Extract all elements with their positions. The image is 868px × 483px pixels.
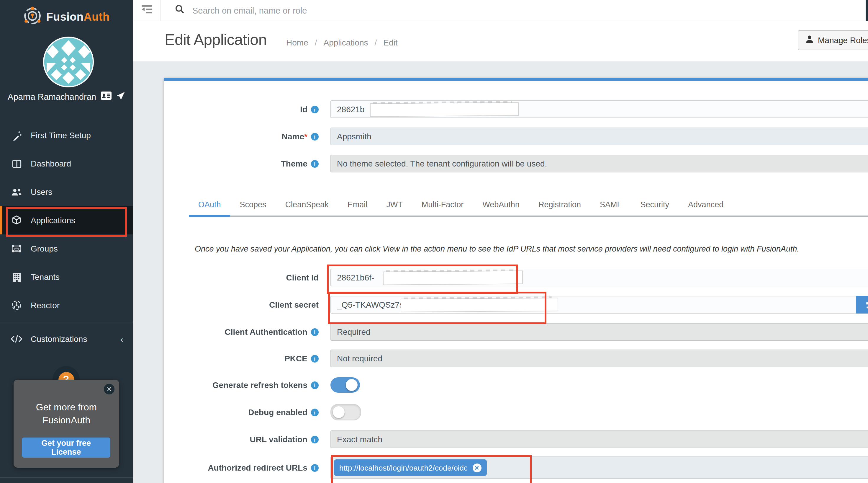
get-free-license-button[interactable]: Get your free License xyxy=(22,437,110,458)
tab-bar: OAuthScopesCleanSpeakEmailJWTMulti-Facto… xyxy=(164,198,868,217)
sidebar-item-applications[interactable]: Applications xyxy=(0,206,133,234)
sidebar-item-customizations[interactable]: Customizations‹ xyxy=(0,325,133,353)
menu-divider xyxy=(0,322,133,322)
field-row-authorized-redirect-urls: Authorized redirect URLsi http://localho… xyxy=(164,456,868,479)
collapse-menu-icon[interactable] xyxy=(141,5,151,16)
redaction-overlay xyxy=(370,102,519,117)
promo-close-icon[interactable]: ✕ xyxy=(104,384,115,394)
applications-cube-icon xyxy=(11,214,23,226)
global-search xyxy=(160,0,868,21)
field-row-id: Idi 28621b xyxy=(164,101,868,118)
page-title: Edit Application xyxy=(165,31,267,49)
info-icon[interactable]: i xyxy=(311,354,319,362)
info-icon[interactable]: i xyxy=(311,160,319,167)
info-icon[interactable]: i xyxy=(311,133,319,140)
theme-select[interactable]: No theme selected. The tenant configurat… xyxy=(331,155,868,172)
sidebar-item-label: First Time Setup xyxy=(31,131,91,140)
field-row-client-id: Client Id 28621b6f- xyxy=(164,269,868,286)
topbar-right-sliver xyxy=(866,0,868,22)
info-icon[interactable]: i xyxy=(311,105,319,113)
url-validation-select[interactable]: Exact match xyxy=(331,430,868,448)
client-secret-input[interactable]: _Q5-TKAWQSz7s xyxy=(331,296,868,314)
avatar xyxy=(43,37,94,87)
sidebar-item-dashboard[interactable]: Dashboard xyxy=(0,149,133,178)
pkce-label: PKCEi xyxy=(164,354,319,363)
sidebar-item-tenants[interactable]: Tenants xyxy=(0,263,133,291)
pkce-select[interactable]: Not required xyxy=(331,349,868,367)
sidebar-item-label: Tenants xyxy=(31,272,60,282)
person-icon xyxy=(806,35,813,45)
generate-refresh-tokens-toggle[interactable] xyxy=(331,377,360,393)
field-row-theme: Themei No theme selected. The tenant con… xyxy=(164,155,868,172)
url-validation-label: URL validationi xyxy=(164,434,319,444)
debug-enabled-toggle[interactable] xyxy=(331,404,361,420)
sidebar-item-users[interactable]: Users xyxy=(0,178,133,206)
search-input[interactable] xyxy=(191,5,571,16)
tab-registration[interactable]: Registration xyxy=(529,200,590,217)
sidebar-item-groups[interactable]: Groups xyxy=(0,234,133,263)
info-icon[interactable]: i xyxy=(311,435,319,443)
field-row-generate-refresh-tokens: Generate refresh tokensi xyxy=(164,376,868,394)
brand-text: FusionAuth xyxy=(46,11,110,24)
id-input[interactable]: 28621b xyxy=(331,101,868,118)
info-icon[interactable]: i xyxy=(311,464,319,472)
application-form-card: Idi 28621b Name* i Appsmith Themei No th… xyxy=(164,78,868,483)
sidebar-item-first-time-setup[interactable]: First Time Setup xyxy=(0,121,133,149)
sidebar-item-label: Groups xyxy=(31,244,58,253)
regenerate-client-secret-button[interactable] xyxy=(856,296,868,314)
tenants-building-icon xyxy=(11,271,23,283)
tab-email[interactable]: Email xyxy=(338,200,377,217)
authorized-redirect-urls-label: Authorized redirect URLsi xyxy=(164,463,319,472)
redirect-url-tag[interactable]: http://localhost/login/oauth2/code/oidc … xyxy=(334,459,487,476)
tab-multi-factor[interactable]: Multi-Factor xyxy=(412,200,473,217)
code-icon xyxy=(11,333,23,345)
breadcrumb-separator: / xyxy=(315,38,317,47)
groups-icon xyxy=(11,243,23,255)
tab-scopes[interactable]: Scopes xyxy=(230,200,276,217)
promo-title: Get more from FusionAuth xyxy=(13,401,119,427)
info-icon[interactable]: i xyxy=(311,328,319,336)
tab-advanced[interactable]: Advanced xyxy=(679,200,733,217)
redaction-overlay xyxy=(383,270,523,285)
field-row-client-authentication: Client Authenticationi Required xyxy=(164,323,868,341)
tab-jwt[interactable]: JWT xyxy=(377,200,412,217)
reactor-icon xyxy=(11,300,23,311)
client-authentication-select[interactable]: Required xyxy=(331,323,868,341)
name-input[interactable]: Appsmith xyxy=(331,127,868,145)
client-id-input[interactable]: 28621b6f- xyxy=(331,269,868,286)
info-icon[interactable]: i xyxy=(311,381,319,389)
page-header: Edit Application Home/Applications/Edit … xyxy=(133,21,868,61)
sidebar-item-label: Dashboard xyxy=(31,159,71,168)
id-card-icon[interactable] xyxy=(101,91,112,102)
sidebar-bottom-divider xyxy=(0,477,133,478)
search-icon xyxy=(175,5,184,16)
remove-tag-icon[interactable]: ✕ xyxy=(472,463,481,472)
login-locator-icon[interactable] xyxy=(116,91,125,103)
tab-oauth[interactable]: OAuth xyxy=(189,200,230,217)
generate-refresh-tokens-label: Generate refresh tokensi xyxy=(164,380,319,390)
sidebar-item-label: Reactor xyxy=(31,301,60,310)
field-row-client-secret: Client secret _Q5-TKAWQSz7s xyxy=(164,296,868,314)
id-label: Idi xyxy=(164,105,319,114)
breadcrumb-applications[interactable]: Applications xyxy=(324,38,368,47)
fusionauth-logo-icon xyxy=(23,6,42,28)
dashboard-icon xyxy=(11,158,23,169)
tab-saml[interactable]: SAML xyxy=(590,200,631,217)
users-icon xyxy=(11,186,23,198)
chevron-collapse-icon[interactable]: ‹ xyxy=(120,334,123,344)
info-icon[interactable]: i xyxy=(311,408,319,416)
breadcrumb-home[interactable]: Home xyxy=(286,38,308,47)
breadcrumb-separator: / xyxy=(375,38,377,47)
sidebar-collapse-column xyxy=(133,0,160,21)
tab-cleanspeak[interactable]: CleanSpeak xyxy=(276,200,338,217)
manage-roles-button[interactable]: Manage Roles xyxy=(798,30,868,50)
tab-security[interactable]: Security xyxy=(631,200,679,217)
sidebar-menu: First Time SetupDashboardUsersApplicatio… xyxy=(0,121,133,353)
tab-webauthn[interactable]: WebAuthn xyxy=(473,200,529,217)
field-row-debug-enabled: Debug enabledi xyxy=(164,403,868,421)
theme-label: Themei xyxy=(164,159,319,168)
sidebar-item-label: Customizations xyxy=(31,334,87,344)
fusionauth-logo[interactable]: FusionAuth xyxy=(0,0,133,34)
authorized-redirect-urls-input[interactable]: http://localhost/login/oauth2/code/oidc … xyxy=(331,456,868,479)
sidebar-item-reactor[interactable]: Reactor xyxy=(0,291,133,319)
